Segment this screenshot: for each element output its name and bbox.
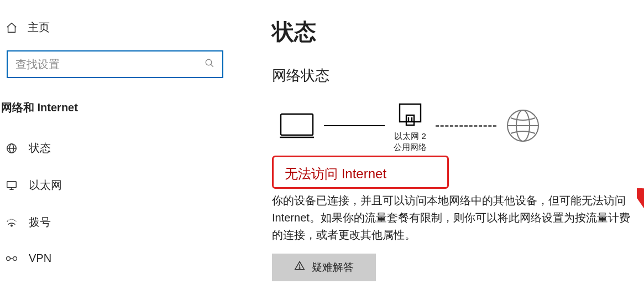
- monitor-icon: [4, 179, 19, 192]
- sidebar-item-status[interactable]: 状态: [0, 130, 243, 167]
- troubleshoot-label: 疑难解答: [312, 260, 354, 275]
- adapter-caption: 以太网 2 公用网络: [394, 131, 427, 153]
- svg-line-1: [211, 64, 213, 67]
- main-content: 状态 网络状态 以太网: [243, 0, 644, 294]
- svg-point-22: [299, 267, 300, 269]
- sidebar-item-vpn[interactable]: VPN: [0, 241, 243, 276]
- warning-icon: [294, 260, 305, 274]
- globe-icon: [505, 108, 541, 143]
- sidebar: 主页 网络和 Internet 状态: [0, 0, 243, 294]
- svg-point-0: [206, 59, 212, 65]
- highlight-text: 无法访问 Internet: [285, 165, 436, 183]
- highlight-box: 无法访问 Internet: [272, 156, 449, 189]
- home-link[interactable]: 主页: [0, 0, 243, 35]
- sidebar-item-dialup[interactable]: 拨号: [0, 204, 243, 241]
- sidebar-item-label: 状态: [29, 141, 51, 156]
- search-input-wrap[interactable]: [7, 50, 223, 78]
- home-label: 主页: [28, 20, 50, 35]
- vpn-icon: [4, 252, 19, 265]
- nav-list: 状态 以太网 拨号: [0, 130, 243, 276]
- sidebar-item-label: 以太网: [29, 178, 62, 193]
- page-title: 状态: [272, 17, 633, 47]
- sidebar-item-label: VPN: [29, 252, 51, 265]
- search-input[interactable]: [15, 58, 205, 71]
- connection-line-solid: [324, 125, 385, 126]
- adapter-name: 以太网 2: [394, 131, 427, 142]
- pc-icon: [279, 112, 315, 140]
- svg-point-9: [7, 256, 11, 260]
- svg-point-8: [11, 225, 13, 226]
- svg-rect-14: [400, 104, 421, 122]
- connection-line-dashed: [436, 125, 496, 127]
- network-diagram: 以太网 2 公用网络: [272, 101, 633, 151]
- sidebar-item-ethernet[interactable]: 以太网: [0, 167, 243, 204]
- category-label: 网络和 Internet: [0, 100, 243, 115]
- troubleshoot-button[interactable]: 疑难解答: [272, 254, 376, 281]
- adapter-icon: [396, 101, 424, 128]
- section-title: 网络状态: [272, 66, 633, 85]
- svg-rect-15: [406, 115, 414, 125]
- svg-rect-5: [7, 181, 17, 187]
- status-description: 你的设备已连接，并且可以访问本地网络中的其他设备，但可能无法访问 Interne…: [272, 192, 633, 244]
- home-icon: [6, 22, 18, 34]
- svg-point-10: [13, 256, 17, 260]
- search-icon: [205, 58, 214, 70]
- dialup-icon: [4, 216, 19, 229]
- annotation-arrow-icon: [637, 188, 644, 293]
- globe-small-icon: [4, 142, 19, 154]
- svg-rect-12: [281, 114, 313, 135]
- adapter-profile: 公用网络: [394, 142, 427, 153]
- sidebar-item-label: 拨号: [29, 215, 51, 230]
